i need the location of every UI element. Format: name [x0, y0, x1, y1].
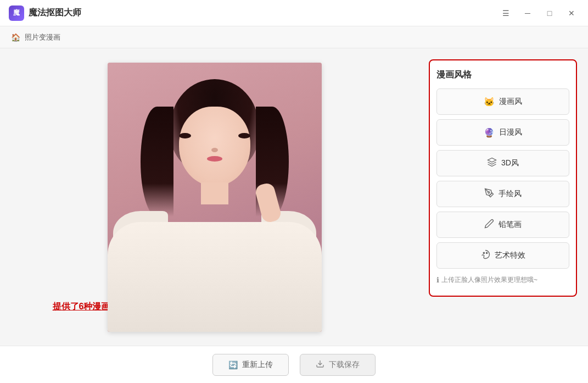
photo-frame — [108, 63, 322, 332]
anime-icon: 🔮 — [484, 127, 495, 138]
art-style-button[interactable]: 艺术特效 — [436, 242, 569, 269]
right-panel: 漫画风格 🐱 漫画风 🔮 日漫风 — [429, 59, 577, 335]
menu-button[interactable]: ☰ — [498, 5, 513, 21]
breadcrumb-bar: 🏠 照片变漫画 — [0, 26, 588, 48]
download-label: 下载保存 — [329, 360, 360, 370]
sketch-icon — [484, 188, 494, 200]
titlebar: 魔 魔法抠图大师 ☰ ─ □ ✕ — [0, 0, 588, 26]
3d-icon — [487, 157, 497, 169]
anime-style-button[interactable]: 🔮 日漫风 — [436, 119, 569, 146]
download-button[interactable]: 下载保存 — [300, 354, 376, 376]
app-logo: 魔 — [9, 5, 24, 21]
main-content: 提供了6种漫画风格，根据需要选择即可 漫画风格 🐱 漫画风 🔮 日漫风 — [0, 48, 588, 346]
art-icon — [480, 249, 490, 262]
download-icon — [316, 359, 324, 370]
svg-point-2 — [483, 252, 484, 253]
home-icon: 🏠 — [11, 33, 20, 42]
reupload-icon: 🔄 — [228, 360, 238, 369]
minimize-icon: ─ — [525, 9, 530, 18]
style-panel-title: 漫画风格 — [436, 69, 569, 81]
pencil-label: 铅笔画 — [499, 220, 522, 230]
sketch-label: 手绘风 — [499, 189, 522, 199]
anime-label: 日漫风 — [499, 127, 522, 137]
svg-point-3 — [486, 252, 488, 253]
manga-style-button[interactable]: 🐱 漫画风 — [436, 88, 569, 115]
close-button[interactable]: ✕ — [564, 5, 579, 21]
window-controls: ☰ ─ □ ✕ — [498, 5, 579, 21]
app-window: 魔 魔法抠图大师 ☰ ─ □ ✕ 🏠 照片变漫画 — [0, 0, 588, 383]
3d-label: 3D风 — [501, 158, 519, 168]
image-area: 提供了6种漫画风格，根据需要选择即可 — [11, 59, 418, 335]
reupload-label: 重新上传 — [242, 360, 273, 370]
close-icon: ✕ — [568, 9, 575, 18]
bottom-bar: 🔄 重新上传 下载保存 — [0, 346, 588, 383]
breadcrumb-text: 照片变漫画 — [25, 32, 60, 42]
hint-container: ℹ 上传正脸人像照片效果更理想哦~ — [436, 273, 569, 287]
reupload-button[interactable]: 🔄 重新上传 — [212, 354, 289, 376]
app-title: 魔法抠图大师 — [29, 7, 498, 19]
3d-style-button[interactable]: 3D风 — [436, 150, 569, 176]
photo-display — [108, 63, 322, 332]
hint-text: 上传正脸人像照片效果更理想哦~ — [441, 275, 537, 285]
svg-point-1 — [488, 192, 490, 193]
pencil-icon — [484, 219, 494, 231]
maximize-button[interactable]: □ — [542, 5, 557, 21]
pencil-style-button[interactable]: 铅笔画 — [436, 212, 569, 238]
manga-label: 漫画风 — [499, 97, 522, 107]
menu-icon: ☰ — [502, 9, 509, 18]
sketch-style-button[interactable]: 手绘风 — [436, 181, 569, 207]
art-label: 艺术特效 — [495, 251, 525, 260]
manga-icon: 🐱 — [484, 97, 495, 107]
info-icon: ℹ — [436, 276, 439, 284]
minimize-button[interactable]: ─ — [520, 5, 535, 21]
maximize-icon: □ — [547, 9, 552, 18]
style-panel: 漫画风格 🐱 漫画风 🔮 日漫风 — [429, 59, 577, 297]
